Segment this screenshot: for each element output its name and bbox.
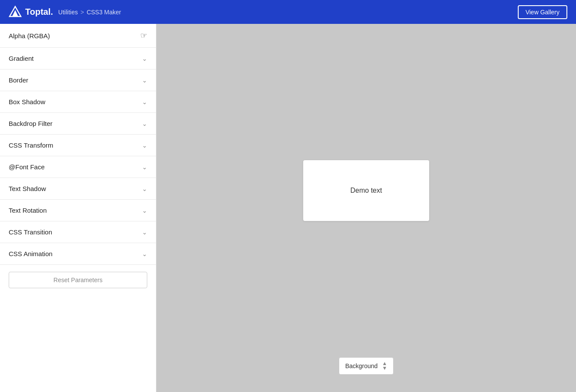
sidebar-item-font-face[interactable]: @Font Face ⌄: [0, 156, 156, 178]
view-gallery-button[interactable]: View Gallery: [518, 5, 567, 19]
sidebar-item-css-transform[interactable]: CSS Transform ⌄: [0, 135, 156, 156]
chevron-down-icon: ⌄: [142, 185, 147, 192]
sidebar-item-label-backdrop-filter: Backdrop Filter: [9, 120, 53, 127]
sidebar-item-text-shadow[interactable]: Text Shadow ⌄: [0, 178, 156, 200]
background-dropdown-wrapper: Background ▲ ▼: [339, 357, 394, 375]
sidebar-item-css-animation[interactable]: CSS Animation ⌄: [0, 243, 156, 265]
breadcrumb-css3maker: CSS3 Maker: [86, 9, 121, 16]
toptal-logo-icon: [9, 6, 22, 19]
chevron-down-icon: ⌄: [142, 229, 147, 236]
sidebar-item-box-shadow[interactable]: Box Shadow ⌄: [0, 91, 156, 113]
chevron-down-icon: ⌄: [142, 77, 147, 84]
sidebar-item-label-font-face: @Font Face: [9, 163, 45, 171]
background-dropdown[interactable]: Background ▲ ▼: [339, 357, 394, 375]
logo: Toptal.: [9, 6, 53, 19]
reset-button-wrapper: Reset Parameters: [0, 265, 156, 295]
main-layout: Alpha (RGBA) ☞ Gradient ⌄ Border ⌄ Box S…: [0, 24, 576, 392]
chevron-down-icon: ⌄: [142, 99, 147, 105]
sidebar-item-text-rotation[interactable]: Text Rotation ⌄: [0, 200, 156, 221]
sidebar-item-label-box-shadow: Box Shadow: [9, 98, 45, 105]
chevron-down-icon: ⌄: [142, 250, 147, 257]
background-dropdown-label: Background: [345, 362, 378, 369]
sidebar-item-css-transition[interactable]: CSS Transition ⌄: [0, 221, 156, 243]
sidebar-item-gradient[interactable]: Gradient ⌄: [0, 48, 156, 69]
logo-text: Toptal.: [25, 7, 53, 17]
reset-parameters-button[interactable]: Reset Parameters: [9, 272, 147, 288]
sidebar-item-alpha-rgba[interactable]: Alpha (RGBA) ☞: [0, 24, 156, 48]
sidebar-item-label-text-shadow: Text Shadow: [9, 185, 46, 192]
chevron-down-icon: ⌄: [142, 120, 147, 127]
sidebar-item-label-alpha: Alpha (RGBA): [9, 32, 50, 40]
sidebar-item-label-gradient: Gradient: [9, 55, 34, 62]
updown-arrows-icon: ▲ ▼: [382, 361, 387, 371]
sidebar-item-backdrop-filter[interactable]: Backdrop Filter ⌄: [0, 113, 156, 135]
preview-area: Demo text Background ▲ ▼: [156, 24, 576, 392]
app-header: Toptal. Utilities > CSS3 Maker View Gall…: [0, 0, 576, 24]
sidebar-item-label-text-rotation: Text Rotation: [9, 207, 47, 214]
sidebar-item-label-css-transform: CSS Transform: [9, 142, 53, 149]
sidebar-item-label-border: Border: [9, 76, 28, 84]
sidebar-item-border[interactable]: Border ⌄: [0, 69, 156, 91]
chevron-down-icon: ⌄: [142, 207, 147, 214]
header-left: Toptal. Utilities > CSS3 Maker: [9, 6, 121, 19]
chevron-down-icon: ⌄: [142, 142, 147, 149]
sidebar-item-label-css-animation: CSS Animation: [9, 250, 53, 257]
chevron-down-icon: ⌄: [142, 164, 147, 171]
sidebar: Alpha (RGBA) ☞ Gradient ⌄ Border ⌄ Box S…: [0, 24, 156, 392]
sidebar-item-label-css-transition: CSS Transition: [9, 228, 52, 236]
chevron-down-icon: ⌄: [142, 55, 147, 62]
demo-text: Demo text: [351, 187, 382, 194]
breadcrumb-separator: >: [80, 9, 84, 16]
demo-box: Demo text: [303, 160, 429, 221]
hand-cursor-icon: ☞: [140, 31, 147, 40]
breadcrumb-utilities: Utilities: [58, 9, 78, 16]
breadcrumb: Utilities > CSS3 Maker: [58, 9, 121, 16]
